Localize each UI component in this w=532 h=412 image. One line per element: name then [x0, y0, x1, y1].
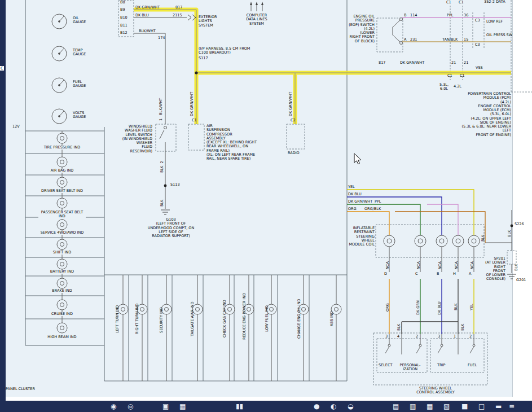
ind-shift: SHIFT IND	[38, 251, 86, 255]
gauge-oil: OIL GAUGE	[73, 16, 86, 25]
term-21a: 21	[451, 61, 456, 65]
data-line-arrowheads	[250, 2, 263, 5]
washer-ground-wire: BLK 2	[160, 161, 164, 173]
conn-c1-top-b: C1	[459, 1, 464, 5]
swc-wire-dkgrn: DK GRN	[416, 300, 420, 315]
ind-driver-seat-belt: DRIVER SEAT BELT IND	[38, 189, 86, 193]
term-15: 15	[464, 38, 468, 42]
feed-yel: YEL	[348, 185, 355, 189]
conn-c1-b: C1	[460, 74, 465, 78]
swc-pin-3a: 3	[385, 335, 388, 339]
toolbar-icon[interactable]: ◐	[331, 402, 336, 411]
pcm-oil-press-sw: OIL PRESS SW	[486, 33, 512, 37]
swc-pin-2b: 2	[469, 335, 472, 339]
panel-cluster-title: PANEL CLUSTER	[6, 387, 35, 391]
toolbar-icon[interactable]: ◉	[111, 402, 116, 411]
mouse-cursor	[354, 154, 361, 164]
coil-pin-d: D	[384, 272, 387, 276]
coil-pin-h: H	[453, 272, 456, 276]
swc-pin-3b: 3	[438, 335, 440, 339]
pcm-label: POWERTRAIN CONTROL MODULE (PCM) (4.2L) E…	[455, 92, 511, 137]
swc-pin-4: 4	[397, 335, 399, 339]
swc-wire-dkblu: DK BLU	[437, 301, 442, 315]
wire-b10-color: DK BLU	[135, 14, 149, 17]
coil-pin-b: B	[437, 272, 439, 276]
clipped-edge-label: C	[0, 66, 4, 71]
gray-wires[interactable]	[62, 5, 512, 381]
toolbar-icon[interactable]: ▤	[393, 402, 399, 411]
toolbar-icon[interactable]: ▮▮	[236, 402, 243, 411]
bind-change-eng-oil: CHANGE ENG OIL IND	[297, 299, 301, 339]
ckt-231: 231	[410, 38, 417, 42]
s226-label: S226	[515, 222, 524, 226]
bind-reduce-eng-power: REDUCE ENG POWER IND	[242, 293, 247, 340]
wiring-diagram-viewer: B8 B9 B10 B11 B12 DK GRN/WHT 817 DK BLU …	[0, 0, 532, 412]
toolbar-icon[interactable]: ▧	[443, 402, 450, 411]
radio-pin: C2	[291, 119, 296, 122]
bind-right-turn: RIGHT TURN IND	[135, 304, 139, 334]
conn-c3-b: C3	[475, 19, 480, 23]
wire-b9-color: DK GRN/WHT	[135, 6, 160, 10]
switch-contacts	[164, 18, 476, 347]
swc-wire-yel: YEL	[469, 304, 474, 310]
steering-assembly-label: STEERING WHEEL CONTROL ASSEMBLY	[404, 387, 467, 395]
toolbar-icon[interactable]: □	[478, 402, 485, 411]
g103-label: G103 (LEFT FRONT OF UNDERHOOD COMPT, ON …	[141, 218, 201, 238]
toolbar-icon[interactable]: ≡	[509, 402, 515, 411]
conn-c3-a: C3	[475, 43, 480, 47]
wire-dkgrnwht-right: DK GRN/WHT	[400, 61, 424, 65]
ind-high-beam: HIGH BEAM IND	[38, 335, 86, 339]
toolbar-icon[interactable]: ◎	[127, 402, 133, 411]
bind-low-fuel: LOW FUEL IND	[265, 305, 269, 332]
switch-fuel: FUEL	[468, 363, 477, 367]
compressor-label: AIR SUSPENSION COMPRESSOR ASSEMBLY (EXCE…	[206, 124, 257, 161]
gnd-blk-2: BLK	[507, 230, 512, 237]
ind-passenger-seat-belt: PASSENGER SEAT BELT IND	[38, 211, 86, 219]
toolbar-icon[interactable]: ▦	[179, 402, 186, 411]
toolbar-icon[interactable]: ▬	[495, 402, 502, 411]
switch-personalization: PERSONAL- IZATION	[398, 363, 423, 372]
swc-wire-blk: BLK	[454, 304, 458, 310]
wire-b12-color: BLK/WHT	[139, 29, 156, 33]
pcm-low-ref: LOW REF	[486, 20, 503, 24]
toolbar-icon[interactable]: ◒	[348, 402, 353, 411]
coil-pin-a: A	[469, 272, 471, 276]
pin-b11: B11	[120, 24, 127, 28]
colored-wires[interactable]	[347, 17, 511, 334]
s117-note: (I/P HARNESS, 8.5 CM FROM C100 BREAKOUT)	[199, 47, 250, 55]
toolbar-icon[interactable]: ▥	[410, 402, 416, 411]
washer-drop-wire: 1 BLK/WHT	[159, 98, 163, 121]
compressor-drop-wire: DK GRN/WHT	[190, 92, 194, 116]
swc-blk-a: BLK	[397, 324, 401, 331]
radio-label: RADIO	[288, 151, 300, 155]
nca-4: NCA	[454, 261, 459, 269]
eop-pin-b: B	[404, 14, 406, 17]
ind-tire-pressure: TIRE PRESSURE IND	[38, 146, 86, 150]
coil-pin-c: C	[415, 272, 418, 276]
toolbar-icon[interactable]: ▣	[162, 402, 169, 411]
nca-1: NCA	[385, 261, 390, 269]
gnd-blk-3: BLK	[514, 264, 518, 271]
wire-ppl: PPL	[447, 14, 453, 17]
conn-c1-top-a: C1	[446, 1, 451, 5]
ckt-817-right: 817	[379, 61, 385, 65]
conn-c1-a: C1	[447, 74, 452, 78]
washer-switch-label: WINDSHIELD WASHER FLUID LEVEL SWITCH (IN…	[121, 125, 152, 154]
ckt-114: 114	[410, 14, 417, 17]
ind-battery: BATTERY IND	[38, 270, 86, 274]
clipped-header-label: 352-2 DATA	[484, 0, 505, 4]
feed-dkblu: DK BLU	[348, 192, 362, 196]
nca-3: NCA	[438, 261, 442, 269]
computer-data-lines-label: COMPUTER DATA LINES SYSTEM	[239, 14, 274, 26]
sp201-label: SP201 (AT LOWER RIGHT FRONT OF LOWER CON…	[472, 257, 505, 282]
toolbar-icon[interactable]: ●	[314, 402, 319, 411]
pin-b8: B8	[120, 1, 125, 5]
eop-switch-label: ENGINE OIL PRESSURE (EOP) SWITCH (4.2L) …	[343, 15, 375, 43]
engine-5360: 5.3L, 6.0L	[436, 83, 452, 91]
bind-security: SECURITY IND	[159, 307, 164, 333]
bottom-indicator-lamps	[118, 304, 341, 314]
term-36: 36	[464, 14, 468, 17]
toolbar-icon[interactable]: ■	[461, 402, 468, 411]
toolbar-icon[interactable]: ▦	[427, 402, 433, 411]
swc-wire-org: ORG	[385, 303, 390, 312]
